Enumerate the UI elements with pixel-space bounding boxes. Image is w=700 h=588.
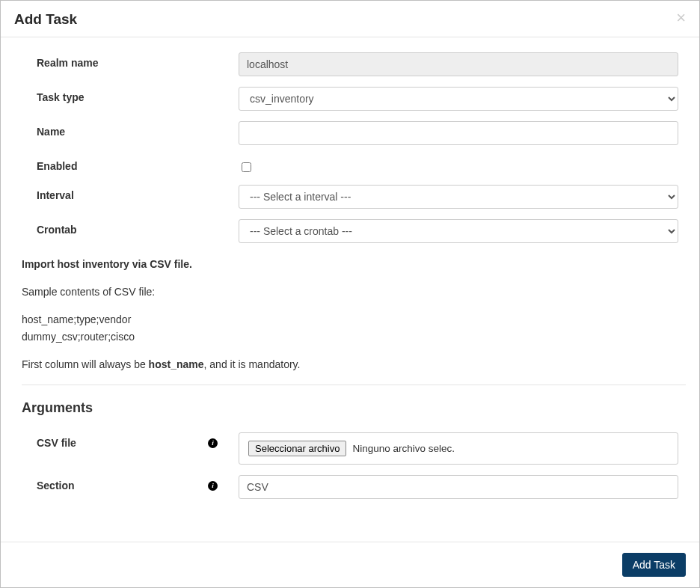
- row-name: Name: [22, 121, 686, 145]
- task-type-select[interactable]: csv_inventory: [239, 87, 678, 111]
- desc-sample2: dummy_csv;router;cisco: [22, 329, 686, 345]
- arguments-heading: Arguments: [22, 400, 686, 416]
- realm-input: [239, 52, 678, 76]
- modal-body[interactable]: Realm name Task type csv_inventory Name …: [1, 37, 699, 542]
- crontab-label: Crontab: [22, 219, 239, 236]
- info-icon[interactable]: i: [208, 438, 218, 448]
- desc-line2: Sample contents of CSV file:: [22, 284, 686, 300]
- csv-file-input-wrap: Seleccionar archivo Ninguno archivo sele…: [239, 432, 678, 465]
- name-label: Name: [22, 121, 239, 138]
- interval-label: Interval: [22, 185, 239, 201]
- row-csv-file: CSV file i Seleccionar archivo Ninguno a…: [22, 432, 686, 465]
- modal-title: Add Task: [14, 11, 77, 28]
- section-label: Section i: [22, 475, 239, 491]
- enabled-label: Enabled: [22, 156, 239, 172]
- enabled-checkbox[interactable]: [242, 162, 251, 172]
- modal-footer: Add Task: [1, 542, 699, 587]
- realm-label: Realm name: [22, 52, 239, 69]
- close-button[interactable]: ×: [676, 10, 686, 26]
- row-enabled: Enabled: [22, 156, 686, 174]
- desc-line1: Import host inventory via CSV file.: [22, 257, 686, 272]
- add-task-modal: Add Task × Realm name Task type csv_inve…: [0, 0, 700, 588]
- separator: [22, 385, 686, 385]
- info-icon[interactable]: i: [208, 481, 218, 491]
- submit-add-task-button[interactable]: Add Task: [622, 553, 686, 577]
- row-realm: Realm name: [22, 52, 686, 76]
- name-input[interactable]: [239, 121, 678, 145]
- desc-line3: First column will always be host_name, a…: [22, 357, 686, 373]
- row-interval: Interval --- Select a interval ---: [22, 185, 686, 209]
- task-type-label: Task type: [22, 87, 239, 103]
- csv-file-label: CSV file i: [22, 432, 239, 449]
- file-choose-button[interactable]: Seleccionar archivo: [248, 441, 346, 456]
- section-input[interactable]: [239, 475, 678, 499]
- crontab-select[interactable]: --- Select a crontab ---: [239, 219, 678, 243]
- interval-select[interactable]: --- Select a interval ---: [239, 185, 678, 209]
- task-description: Import host inventory via CSV file. Samp…: [22, 257, 686, 373]
- row-task-type: Task type csv_inventory: [22, 87, 686, 111]
- desc-sample1: host_name;type;vendor: [22, 312, 686, 328]
- file-status-text: Ninguno archivo selec.: [352, 443, 455, 454]
- row-section: Section i: [22, 475, 686, 499]
- row-crontab: Crontab --- Select a crontab ---: [22, 219, 686, 243]
- modal-header: Add Task ×: [1, 1, 699, 37]
